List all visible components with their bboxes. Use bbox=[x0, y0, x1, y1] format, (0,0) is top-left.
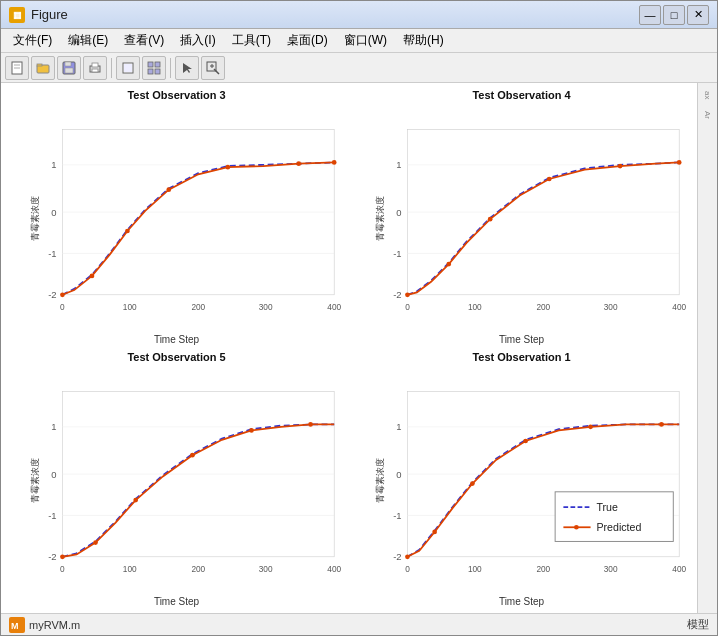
svg-text:100: 100 bbox=[468, 303, 482, 312]
menu-help[interactable]: 帮助(H) bbox=[395, 30, 452, 51]
new-button[interactable] bbox=[5, 56, 29, 80]
plot3-title: Test Observation 3 bbox=[127, 89, 225, 101]
svg-text:200: 200 bbox=[536, 565, 550, 574]
svg-point-57 bbox=[488, 217, 493, 222]
open-button[interactable] bbox=[31, 56, 55, 80]
svg-marker-17 bbox=[183, 63, 192, 73]
svg-point-94 bbox=[432, 530, 437, 535]
svg-text:1: 1 bbox=[396, 421, 401, 432]
svg-point-56 bbox=[446, 262, 451, 267]
matlab-icon: M bbox=[9, 617, 25, 633]
bottom-filename: myRVM.m bbox=[29, 619, 80, 631]
svg-rect-15 bbox=[148, 69, 153, 74]
svg-text:1: 1 bbox=[51, 159, 56, 170]
side-label-ax: ax bbox=[703, 91, 712, 99]
print-preview-button[interactable] bbox=[116, 56, 140, 80]
menu-bar: 文件(F) 编辑(E) 查看(V) 插入(I) 工具(T) 桌面(D) 窗口(W… bbox=[1, 29, 717, 53]
svg-point-76 bbox=[133, 498, 138, 503]
separator-1 bbox=[111, 58, 112, 78]
svg-text:0: 0 bbox=[405, 565, 410, 574]
svg-text:-1: -1 bbox=[48, 510, 56, 521]
svg-text:-1: -1 bbox=[393, 510, 401, 521]
bottom-model-label: 模型 bbox=[687, 617, 709, 632]
svg-text:0: 0 bbox=[60, 303, 65, 312]
svg-point-58 bbox=[547, 177, 552, 182]
svg-text:400: 400 bbox=[327, 303, 341, 312]
svg-text:M: M bbox=[11, 621, 19, 631]
grid-button[interactable] bbox=[142, 56, 166, 80]
svg-rect-14 bbox=[155, 62, 160, 67]
plot1-xlabel: Time Step bbox=[499, 596, 544, 607]
bottom-bar: M myRVM.m 模型 bbox=[1, 613, 717, 635]
menu-window[interactable]: 窗口(W) bbox=[336, 30, 395, 51]
toolbar bbox=[1, 53, 717, 83]
svg-point-75 bbox=[93, 540, 98, 545]
menu-view[interactable]: 查看(V) bbox=[116, 30, 172, 51]
svg-text:300: 300 bbox=[259, 565, 273, 574]
svg-text:0: 0 bbox=[51, 469, 56, 480]
svg-text:100: 100 bbox=[468, 565, 482, 574]
svg-text:400: 400 bbox=[672, 565, 686, 574]
svg-rect-10 bbox=[92, 69, 98, 72]
window-icon: ▦ bbox=[9, 7, 25, 23]
svg-point-78 bbox=[249, 428, 254, 433]
svg-text:0: 0 bbox=[396, 469, 401, 480]
svg-text:300: 300 bbox=[604, 565, 618, 574]
svg-text:1: 1 bbox=[51, 421, 56, 432]
zoom-button[interactable] bbox=[201, 56, 225, 80]
svg-text:400: 400 bbox=[672, 303, 686, 312]
menu-tools[interactable]: 工具(T) bbox=[224, 30, 279, 51]
plot-observation-1: Test Observation 1 青霉素浓度 1 0 -1 -2 0 100 bbox=[350, 349, 693, 609]
plot5-svg: 1 0 -1 -2 0 100 200 300 400 bbox=[27, 365, 346, 595]
plot5-title: Test Observation 5 bbox=[127, 351, 225, 363]
svg-text:0: 0 bbox=[60, 565, 65, 574]
plot1-title: Test Observation 1 bbox=[472, 351, 570, 363]
svg-text:300: 300 bbox=[604, 303, 618, 312]
print-button[interactable] bbox=[83, 56, 107, 80]
svg-text:300: 300 bbox=[259, 303, 273, 312]
minimize-button[interactable]: — bbox=[639, 5, 661, 25]
plot-observation-4: Test Observation 4 青霉素浓度 1 0 -1 -2 0 100 bbox=[350, 87, 693, 347]
svg-text:-2: -2 bbox=[48, 289, 56, 300]
close-button[interactable]: ✕ bbox=[687, 5, 709, 25]
plots-grid: Test Observation 3 青霉素浓度 1 0 -1 bbox=[1, 83, 697, 613]
maximize-button[interactable]: □ bbox=[663, 5, 685, 25]
svg-rect-13 bbox=[148, 62, 153, 67]
plot5-xlabel: Time Step bbox=[154, 596, 199, 607]
svg-point-93 bbox=[405, 554, 410, 559]
title-bar: ▦ Figure — □ ✕ bbox=[1, 1, 717, 29]
svg-text:0: 0 bbox=[51, 207, 56, 218]
menu-edit[interactable]: 编辑(E) bbox=[60, 30, 116, 51]
arrow-button[interactable] bbox=[175, 56, 199, 80]
side-label-ar: Ar bbox=[703, 111, 712, 119]
window-title: Figure bbox=[31, 7, 639, 22]
side-panel: ax Ar bbox=[697, 83, 717, 613]
svg-text:200: 200 bbox=[536, 303, 550, 312]
menu-insert[interactable]: 插入(I) bbox=[172, 30, 223, 51]
svg-point-59 bbox=[618, 164, 623, 169]
plot3-xlabel: Time Step bbox=[154, 334, 199, 345]
svg-point-97 bbox=[588, 424, 593, 429]
svg-point-95 bbox=[470, 481, 475, 486]
plot3-ylabel: 青霉素浓度 bbox=[29, 196, 42, 241]
svg-text:100: 100 bbox=[123, 303, 137, 312]
svg-text:-2: -2 bbox=[48, 551, 56, 562]
save-button[interactable] bbox=[57, 56, 81, 80]
menu-file[interactable]: 文件(F) bbox=[5, 30, 60, 51]
svg-text:Predicted: Predicted bbox=[596, 521, 641, 533]
bottom-left: M myRVM.m bbox=[9, 617, 80, 633]
svg-text:-2: -2 bbox=[393, 289, 401, 300]
svg-point-79 bbox=[308, 422, 313, 427]
menu-desktop[interactable]: 桌面(D) bbox=[279, 30, 336, 51]
svg-point-40 bbox=[296, 161, 301, 166]
plot1-ylabel: 青霉素浓度 bbox=[374, 458, 387, 503]
svg-text:True: True bbox=[596, 501, 618, 513]
plot4-ylabel: 青霉素浓度 bbox=[374, 196, 387, 241]
svg-rect-7 bbox=[65, 68, 73, 73]
title-buttons: — □ ✕ bbox=[639, 5, 709, 25]
plot4-svg: 1 0 -1 -2 0 100 200 300 400 bbox=[372, 103, 691, 333]
svg-point-60 bbox=[677, 160, 682, 165]
svg-text:200: 200 bbox=[191, 565, 205, 574]
plot1-svg: 1 0 -1 -2 0 100 200 300 400 bbox=[372, 365, 691, 595]
svg-point-39 bbox=[225, 165, 230, 170]
